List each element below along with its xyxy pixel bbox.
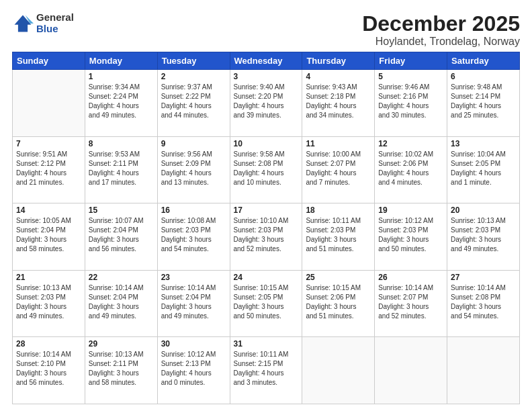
page: General Blue December 2025 Hoylandet, Tr… — [0, 0, 532, 411]
calendar-body: 1Sunrise: 9:34 AM Sunset: 2:24 PM Daylig… — [13, 70, 520, 404]
header-monday: Monday — [85, 52, 157, 70]
logo: General Blue — [12, 12, 74, 34]
day-number: 7 — [16, 139, 81, 148]
calendar-cell: 22Sunrise: 10:14 AM Sunset: 2:04 PM Dayl… — [85, 270, 157, 337]
calendar-cell: 10Sunrise: 9:58 AM Sunset: 2:08 PM Dayli… — [230, 136, 302, 203]
calendar-cell: 23Sunrise: 10:14 AM Sunset: 2:04 PM Dayl… — [157, 270, 230, 337]
logo-icon — [12, 13, 34, 34]
calendar-cell: 6Sunrise: 9:48 AM Sunset: 2:14 PM Daylig… — [447, 70, 520, 137]
calendar-cell: 25Sunrise: 10:15 AM Sunset: 2:06 PM Dayl… — [302, 270, 375, 337]
day-info: Sunrise: 10:13 AM Sunset: 2:03 PM Daylig… — [16, 283, 81, 321]
day-info: Sunrise: 10:04 AM Sunset: 2:05 PM Daylig… — [451, 150, 516, 187]
week-row-1: 7Sunrise: 9:51 AM Sunset: 2:12 PM Daylig… — [13, 136, 520, 203]
day-info: Sunrise: 9:53 AM Sunset: 2:11 PM Dayligh… — [89, 150, 154, 187]
day-number: 2 — [161, 72, 226, 81]
calendar-cell — [13, 70, 85, 137]
day-info: Sunrise: 10:14 AM Sunset: 2:07 PM Daylig… — [378, 283, 443, 321]
header-sunday: Sunday — [13, 52, 85, 70]
calendar-cell: 20Sunrise: 10:13 AM Sunset: 2:03 PM Dayl… — [447, 203, 520, 271]
calendar-cell: 11Sunrise: 10:00 AM Sunset: 2:07 PM Dayl… — [302, 136, 375, 203]
day-number: 23 — [161, 273, 226, 282]
day-info: Sunrise: 9:48 AM Sunset: 2:14 PM Dayligh… — [451, 83, 516, 120]
day-number: 13 — [451, 139, 516, 148]
day-info: Sunrise: 10:15 AM Sunset: 2:05 PM Daylig… — [234, 283, 299, 321]
calendar-cell: 29Sunrise: 10:13 AM Sunset: 2:11 PM Dayl… — [85, 337, 157, 404]
calendar-cell: 27Sunrise: 10:14 AM Sunset: 2:08 PM Dayl… — [447, 270, 520, 337]
day-info: Sunrise: 9:46 AM Sunset: 2:16 PM Dayligh… — [378, 83, 443, 120]
day-number: 8 — [89, 139, 154, 148]
day-number: 3 — [234, 72, 299, 81]
calendar-cell: 26Sunrise: 10:14 AM Sunset: 2:07 PM Dayl… — [375, 270, 447, 337]
day-info: Sunrise: 10:13 AM Sunset: 2:03 PM Daylig… — [451, 216, 516, 254]
calendar-cell: 9Sunrise: 9:56 AM Sunset: 2:09 PM Daylig… — [157, 136, 230, 203]
day-info: Sunrise: 10:12 AM Sunset: 2:13 PM Daylig… — [161, 350, 226, 387]
calendar-cell: 12Sunrise: 10:02 AM Sunset: 2:06 PM Dayl… — [375, 136, 447, 203]
calendar-cell: 24Sunrise: 10:15 AM Sunset: 2:05 PM Dayl… — [230, 270, 302, 337]
day-number: 12 — [378, 139, 443, 148]
calendar-cell: 1Sunrise: 9:34 AM Sunset: 2:24 PM Daylig… — [85, 70, 157, 137]
calendar-cell: 7Sunrise: 9:51 AM Sunset: 2:12 PM Daylig… — [13, 136, 85, 203]
calendar-cell: 15Sunrise: 10:07 AM Sunset: 2:04 PM Dayl… — [85, 203, 157, 271]
page-subtitle: Hoylandet, Trondelag, Norway — [362, 36, 520, 48]
day-number: 10 — [234, 139, 299, 148]
week-row-4: 28Sunrise: 10:14 AM Sunset: 2:10 PM Dayl… — [13, 337, 520, 404]
calendar-header: SundayMondayTuesdayWednesdayThursdayFrid… — [13, 52, 520, 70]
header: General Blue December 2025 Hoylandet, Tr… — [12, 12, 520, 48]
day-number: 15 — [89, 205, 154, 215]
day-number: 24 — [234, 273, 299, 282]
day-number: 17 — [234, 205, 299, 215]
day-number: 31 — [234, 339, 299, 349]
day-number: 22 — [89, 273, 154, 282]
day-number: 27 — [451, 273, 516, 282]
day-number: 29 — [89, 339, 154, 349]
calendar-cell: 19Sunrise: 10:12 AM Sunset: 2:03 PM Dayl… — [375, 203, 447, 271]
header-row: SundayMondayTuesdayWednesdayThursdayFrid… — [13, 52, 520, 70]
day-info: Sunrise: 9:40 AM Sunset: 2:20 PM Dayligh… — [234, 83, 299, 120]
day-info: Sunrise: 10:00 AM Sunset: 2:07 PM Daylig… — [306, 150, 371, 187]
day-info: Sunrise: 10:11 AM Sunset: 2:15 PM Daylig… — [234, 350, 299, 387]
day-number: 18 — [306, 205, 371, 215]
day-info: Sunrise: 10:05 AM Sunset: 2:04 PM Daylig… — [16, 216, 81, 254]
calendar-cell: 31Sunrise: 10:11 AM Sunset: 2:15 PM Dayl… — [230, 337, 302, 404]
calendar-cell: 30Sunrise: 10:12 AM Sunset: 2:13 PM Dayl… — [157, 337, 230, 404]
calendar-cell — [447, 337, 520, 404]
day-number: 6 — [451, 72, 516, 81]
day-info: Sunrise: 10:11 AM Sunset: 2:03 PM Daylig… — [306, 216, 371, 254]
day-info: Sunrise: 9:56 AM Sunset: 2:09 PM Dayligh… — [161, 150, 226, 187]
week-row-0: 1Sunrise: 9:34 AM Sunset: 2:24 PM Daylig… — [13, 70, 520, 137]
calendar-cell — [302, 337, 375, 404]
day-number: 30 — [161, 339, 226, 349]
day-info: Sunrise: 10:14 AM Sunset: 2:10 PM Daylig… — [16, 350, 81, 387]
logo-general: General — [36, 12, 74, 24]
day-info: Sunrise: 10:15 AM Sunset: 2:06 PM Daylig… — [306, 283, 371, 321]
day-info: Sunrise: 10:14 AM Sunset: 2:08 PM Daylig… — [451, 283, 516, 321]
calendar-cell — [375, 337, 447, 404]
day-number: 19 — [378, 205, 443, 215]
day-info: Sunrise: 10:13 AM Sunset: 2:11 PM Daylig… — [89, 350, 154, 387]
day-info: Sunrise: 9:43 AM Sunset: 2:18 PM Dayligh… — [306, 83, 371, 120]
calendar-cell: 21Sunrise: 10:13 AM Sunset: 2:03 PM Dayl… — [13, 270, 85, 337]
week-row-3: 21Sunrise: 10:13 AM Sunset: 2:03 PM Dayl… — [13, 270, 520, 337]
calendar-cell: 14Sunrise: 10:05 AM Sunset: 2:04 PM Dayl… — [13, 203, 85, 271]
day-info: Sunrise: 10:12 AM Sunset: 2:03 PM Daylig… — [378, 216, 443, 254]
svg-marker-0 — [15, 15, 32, 32]
header-wednesday: Wednesday — [230, 52, 302, 70]
header-friday: Friday — [375, 52, 447, 70]
day-number: 1 — [89, 72, 154, 81]
calendar-cell: 2Sunrise: 9:37 AM Sunset: 2:22 PM Daylig… — [157, 70, 230, 137]
week-row-2: 14Sunrise: 10:05 AM Sunset: 2:04 PM Dayl… — [13, 203, 520, 271]
calendar-cell: 28Sunrise: 10:14 AM Sunset: 2:10 PM Dayl… — [13, 337, 85, 404]
day-info: Sunrise: 10:08 AM Sunset: 2:03 PM Daylig… — [161, 216, 226, 254]
day-info: Sunrise: 9:58 AM Sunset: 2:08 PM Dayligh… — [234, 150, 299, 187]
day-number: 28 — [16, 339, 81, 349]
title-block: December 2025 Hoylandet, Trondelag, Norw… — [362, 12, 520, 48]
day-info: Sunrise: 9:51 AM Sunset: 2:12 PM Dayligh… — [16, 150, 81, 187]
day-number: 11 — [306, 139, 371, 148]
header-saturday: Saturday — [447, 52, 520, 70]
day-info: Sunrise: 10:10 AM Sunset: 2:03 PM Daylig… — [234, 216, 299, 254]
day-number: 16 — [161, 205, 226, 215]
calendar-cell: 16Sunrise: 10:08 AM Sunset: 2:03 PM Dayl… — [157, 203, 230, 271]
header-tuesday: Tuesday — [157, 52, 230, 70]
day-number: 26 — [378, 273, 443, 282]
calendar-cell: 5Sunrise: 9:46 AM Sunset: 2:16 PM Daylig… — [375, 70, 447, 137]
